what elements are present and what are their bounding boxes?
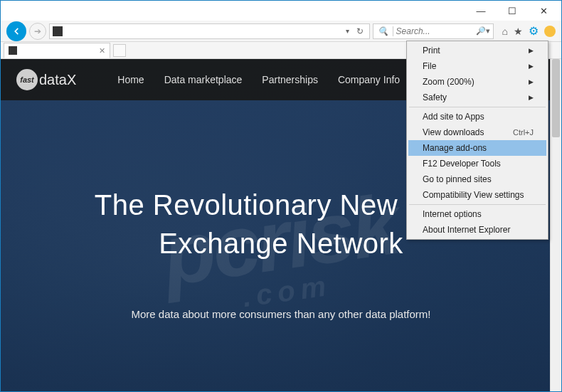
feedback-icon[interactable] bbox=[544, 26, 556, 37]
menu-internet-options[interactable]: Internet options bbox=[408, 206, 546, 222]
site-logo[interactable]: fast dataX bbox=[16, 69, 76, 90]
menu-about[interactable]: About Internet Explorer bbox=[408, 222, 546, 238]
tab-favicon bbox=[9, 46, 17, 55]
close-button[interactable]: ✕ bbox=[529, 1, 558, 20]
search-placeholder: Search... bbox=[396, 26, 430, 36]
search-dropdown-icon[interactable]: 🔎▾ bbox=[476, 26, 490, 36]
menu-add-site[interactable]: Add site to Apps bbox=[408, 109, 546, 125]
vertical-scrollbar[interactable] bbox=[550, 59, 561, 391]
menu-f12[interactable]: F12 Developer Tools bbox=[408, 156, 546, 171]
logo-circle: fast bbox=[16, 69, 38, 90]
menu-compat-view[interactable]: Compatibility View settings bbox=[408, 187, 546, 203]
menu-view-downloads[interactable]: View downloadsCtrl+J bbox=[408, 125, 546, 140]
chevron-right-icon: ▶ bbox=[529, 94, 534, 101]
nav-marketplace[interactable]: Data marketplace bbox=[164, 74, 243, 85]
url-dropdown-icon[interactable]: ▾ bbox=[343, 27, 352, 35]
menu-separator bbox=[409, 204, 546, 205]
toolbar-right: ⌂ ★ ⚙ bbox=[502, 24, 556, 38]
menu-print[interactable]: Print▶ bbox=[408, 43, 546, 58]
minimize-button[interactable]: — bbox=[466, 1, 496, 20]
nav-links: Home Data marketplace Partnerships Compa… bbox=[117, 74, 430, 85]
browser-toolbar: ➔ ▾ ↻ 🔍 Search... 🔎▾ ⌂ ★ ⚙ bbox=[1, 21, 561, 42]
back-button[interactable] bbox=[6, 21, 26, 41]
window-titlebar: — ☐ ✕ bbox=[1, 1, 561, 21]
refresh-icon[interactable]: ↻ bbox=[354, 26, 366, 36]
menu-safety[interactable]: Safety▶ bbox=[408, 90, 546, 105]
shortcut-label: Ctrl+J bbox=[513, 128, 534, 137]
nav-home[interactable]: Home bbox=[117, 74, 144, 85]
menu-file[interactable]: File▶ bbox=[408, 58, 546, 74]
maximize-button[interactable]: ☐ bbox=[497, 1, 527, 20]
search-box[interactable]: 🔍 Search... 🔎▾ bbox=[373, 23, 494, 39]
chevron-right-icon: ▶ bbox=[529, 78, 534, 85]
logo-text: dataX bbox=[39, 72, 76, 88]
search-icon: 🔍 bbox=[376, 26, 393, 36]
menu-pinned-sites[interactable]: Go to pinned sites bbox=[408, 171, 546, 187]
home-icon[interactable]: ⌂ bbox=[502, 26, 508, 37]
chevron-right-icon: ▶ bbox=[529, 47, 534, 54]
nav-partnerships[interactable]: Partnerships bbox=[262, 74, 318, 85]
favorites-icon[interactable]: ★ bbox=[514, 26, 523, 37]
tab-close-icon[interactable]: ✕ bbox=[99, 46, 105, 55]
tools-menu: Print▶ File▶ Zoom (200%)▶ Safety▶ Add si… bbox=[406, 41, 548, 240]
chevron-right-icon: ▶ bbox=[529, 63, 534, 70]
address-bar[interactable]: ▾ ↻ bbox=[49, 23, 370, 39]
hero-tagline: More data about more consumers than any … bbox=[1, 308, 561, 320]
menu-separator bbox=[409, 107, 546, 107]
new-tab-button[interactable] bbox=[113, 44, 126, 57]
url-input[interactable] bbox=[64, 26, 341, 36]
browser-tab[interactable]: ✕ bbox=[4, 43, 110, 58]
site-icon bbox=[53, 26, 63, 36]
menu-zoom[interactable]: Zoom (200%)▶ bbox=[408, 74, 546, 90]
forward-button[interactable]: ➔ bbox=[29, 23, 46, 40]
gear-icon[interactable]: ⚙ bbox=[529, 24, 539, 38]
menu-manage-addons[interactable]: Manage add-ons bbox=[408, 140, 546, 156]
scroll-thumb[interactable] bbox=[552, 59, 560, 137]
nav-company[interactable]: Company Info bbox=[338, 74, 400, 85]
